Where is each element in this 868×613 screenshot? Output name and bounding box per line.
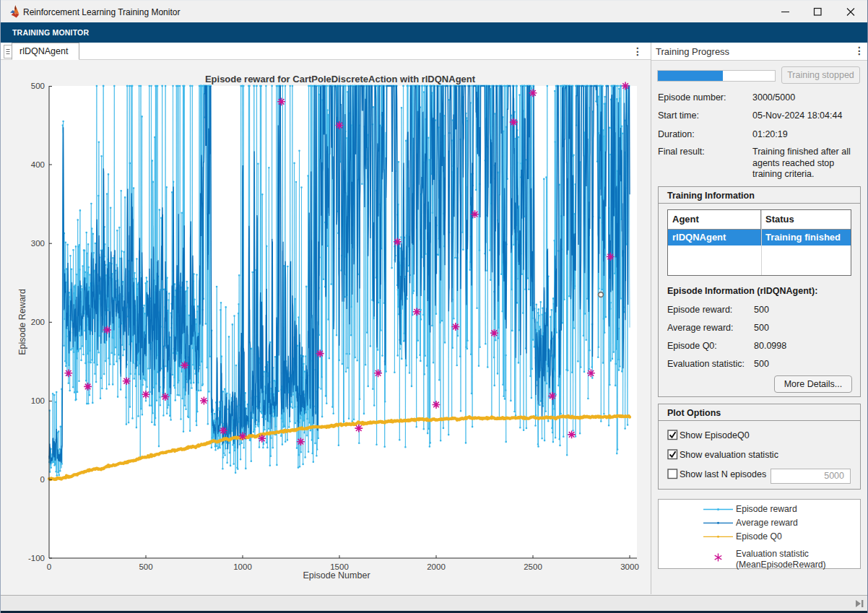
svg-text:3000: 3000 [620,562,639,571]
svg-text:Episode Number: Episode Number [303,570,370,581]
svg-text:Episode Reward: Episode Reward [17,289,27,355]
svg-text:200: 200 [31,318,45,326]
svg-text:2500: 2500 [524,562,542,571]
svg-text:100: 100 [31,396,45,405]
svg-text:2000: 2000 [427,562,446,571]
svg-text:300: 300 [31,239,45,248]
svg-text:Episode reward for CartPoleDis: Episode reward for CartPoleDiscreteActio… [205,74,476,84]
svg-text:400: 400 [31,160,45,169]
svg-text:500: 500 [31,82,45,90]
svg-text:0: 0 [47,562,51,571]
svg-text:500: 500 [139,562,152,571]
svg-text:1000: 1000 [233,562,252,571]
svg-text:0: 0 [40,475,45,484]
svg-text:-100: -100 [28,554,45,562]
